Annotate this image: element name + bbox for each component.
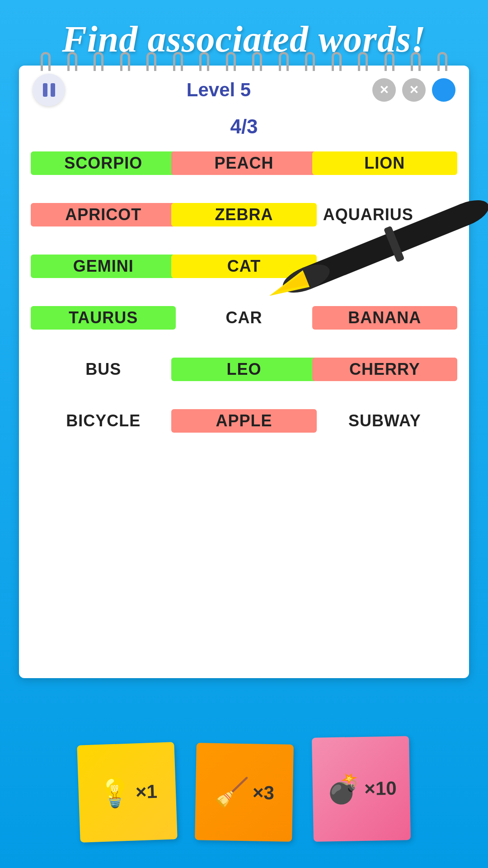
word-cat[interactable]: CAT: [178, 250, 310, 283]
pause-icon: [43, 83, 55, 97]
word-label: W: [323, 257, 339, 276]
sticky-content: 🧹 ×3: [214, 775, 274, 809]
word-subway[interactable]: SUBWAY: [319, 405, 451, 437]
word-label: CHERRY: [349, 360, 420, 379]
word-label: BUS: [85, 360, 121, 379]
word-zebra[interactable]: ZEBRA: [178, 198, 310, 231]
pause-bar-right: [51, 83, 55, 97]
score-display: 4/3: [19, 115, 469, 138]
ring: [199, 52, 209, 71]
word-label: LION: [364, 154, 405, 173]
word-scorpio[interactable]: SCORPIO: [37, 147, 169, 179]
word-label: AQUARIUS: [323, 205, 413, 224]
word-apple[interactable]: APPLE: [178, 405, 310, 437]
word-peach[interactable]: PEACH: [178, 147, 310, 179]
ring: [411, 52, 421, 71]
word-apricot[interactable]: APRICOT: [37, 198, 169, 231]
ring: [279, 52, 289, 71]
ring: [252, 52, 262, 71]
word-label: LEO: [226, 360, 261, 379]
sticky-hint[interactable]: 💡 ×1: [77, 742, 177, 842]
level-label: Level 5: [187, 79, 251, 101]
word-label: TAURUS: [69, 308, 138, 327]
sticky-content: 💡 ×1: [96, 775, 157, 810]
close-icon-2[interactable]: ✕: [402, 78, 426, 102]
word-leo[interactable]: LEO: [178, 353, 310, 386]
ring: [437, 52, 447, 71]
word-banana[interactable]: BANANA: [319, 302, 451, 334]
info-button[interactable]: [432, 78, 455, 102]
word-label: BANANA: [348, 308, 421, 327]
ring: [305, 52, 315, 71]
bomb-icon: 💣: [325, 773, 361, 806]
ring: [41, 52, 51, 71]
word-gemini[interactable]: GEMINI: [37, 250, 169, 283]
sticky-notes-area: 💡 ×1 🧹 ×3 💣 ×10: [0, 737, 488, 841]
bomb-count: ×10: [364, 778, 396, 800]
word-car[interactable]: CAR: [178, 302, 310, 334]
hint-count: ×1: [135, 780, 158, 803]
top-icons: ✕ ✕: [372, 78, 455, 102]
ring: [385, 52, 394, 71]
pause-bar-left: [43, 83, 47, 97]
word-label: APRICOT: [65, 205, 141, 224]
word-aquarius[interactable]: AQUARIUS: [319, 198, 451, 231]
ring: [173, 52, 183, 71]
word-partial-w[interactable]: W: [319, 250, 451, 283]
word-label: SUBWAY: [348, 411, 421, 430]
top-bar: Level 5 ✕ ✕: [19, 74, 469, 106]
ring: [120, 52, 130, 71]
ring: [358, 52, 368, 71]
sweep-count: ×3: [252, 782, 274, 804]
word-cherry[interactable]: CHERRY: [319, 353, 451, 386]
close-icon-1[interactable]: ✕: [372, 78, 396, 102]
notebook-rings: [19, 48, 469, 71]
word-label: SCORPIO: [64, 154, 142, 173]
word-bus[interactable]: BUS: [37, 353, 169, 386]
word-label: PEACH: [214, 154, 273, 173]
word-label: GEMINI: [73, 257, 134, 276]
sticky-bomb[interactable]: 💣 ×10: [312, 736, 411, 842]
word-label: APPLE: [216, 411, 272, 430]
pause-button[interactable]: [33, 74, 65, 106]
ring: [226, 52, 236, 71]
ring: [67, 52, 77, 71]
word-taurus[interactable]: TAURUS: [37, 302, 169, 334]
word-label: CAR: [225, 308, 262, 327]
sticky-content: 💣 ×10: [325, 772, 396, 806]
word-label: BICYCLE: [66, 411, 141, 430]
ring: [146, 52, 156, 71]
notebook: Level 5 ✕ ✕ 4/3 SCORPIO PEACH LION APRIC…: [19, 66, 469, 678]
word-bicycle[interactable]: BICYCLE: [37, 405, 169, 437]
sticky-sweep[interactable]: 🧹 ×3: [195, 743, 294, 842]
ring: [332, 52, 342, 71]
word-grid: SCORPIO PEACH LION APRICOT ZEBRA AQUARIU…: [28, 142, 460, 442]
lightbulb-icon: 💡: [96, 776, 132, 810]
ring: [94, 52, 103, 71]
broom-icon: 🧹: [214, 775, 249, 808]
word-label: ZEBRA: [215, 205, 273, 224]
word-label: CAT: [227, 257, 261, 276]
word-lion[interactable]: LION: [319, 147, 451, 179]
